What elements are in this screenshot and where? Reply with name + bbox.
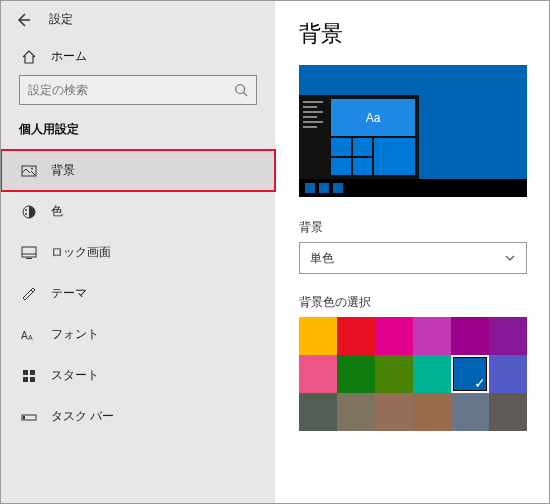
nav-icon (21, 163, 37, 179)
nav-label: タスク バー (51, 408, 114, 425)
sidebar-header: 設定 (1, 1, 275, 36)
svg-rect-12 (23, 377, 28, 382)
color-swatch[interactable] (299, 393, 337, 431)
svg-rect-7 (26, 258, 32, 259)
svg-point-0 (236, 85, 245, 94)
background-field-label: 背景 (299, 219, 525, 236)
nav-item-3[interactable]: テーマ (1, 273, 275, 314)
preview-taskbar (299, 179, 527, 197)
color-swatches (299, 317, 525, 431)
home-icon (21, 49, 37, 65)
nav-icon (21, 368, 37, 384)
nav-item-5[interactable]: スタート (1, 355, 275, 396)
color-swatch[interactable] (451, 355, 489, 393)
svg-text:A: A (28, 334, 33, 341)
nav-label: ロック画面 (51, 244, 111, 261)
nav-label: フォント (51, 326, 99, 343)
nav-item-4[interactable]: AAフォント (1, 314, 275, 355)
svg-point-4 (25, 209, 27, 211)
color-swatch[interactable] (375, 317, 413, 355)
color-section-label: 背景色の選択 (299, 294, 525, 311)
color-swatch[interactable] (413, 355, 451, 393)
color-swatch[interactable] (375, 393, 413, 431)
color-swatch[interactable] (299, 355, 337, 393)
search-input[interactable] (28, 83, 234, 97)
nav-item-1[interactable]: 色 (1, 191, 275, 232)
nav-item-0[interactable]: 背景 (1, 150, 275, 191)
nav-label: 背景 (51, 162, 75, 179)
color-swatch[interactable] (451, 317, 489, 355)
svg-rect-15 (23, 416, 25, 419)
nav-label: スタート (51, 367, 99, 384)
preview-startmenu: Aa (299, 95, 419, 179)
search-wrap (1, 75, 275, 121)
desktop-preview: Aa (299, 65, 527, 197)
search-icon (234, 83, 248, 97)
color-swatch[interactable] (451, 393, 489, 431)
color-swatch[interactable] (337, 393, 375, 431)
preview-tile-aa: Aa (331, 99, 415, 136)
svg-text:A: A (21, 330, 28, 341)
sidebar: 設定 ホーム 個人用設定 背景色ロック画面テーマAAフォントスタートタスク バー (1, 1, 275, 503)
svg-rect-13 (30, 377, 35, 382)
svg-point-2 (31, 167, 33, 169)
nav-icon (21, 409, 37, 425)
color-swatch[interactable] (375, 355, 413, 393)
page-title: 背景 (299, 19, 525, 49)
nav-item-6[interactable]: タスク バー (1, 396, 275, 437)
svg-rect-10 (23, 370, 28, 375)
color-swatch[interactable] (337, 355, 375, 393)
home-label: ホーム (51, 48, 87, 65)
window-title: 設定 (49, 11, 73, 28)
background-dropdown[interactable]: 単色 (299, 242, 527, 274)
color-swatch[interactable] (489, 317, 527, 355)
dropdown-value: 単色 (310, 250, 334, 267)
home-nav[interactable]: ホーム (1, 36, 275, 75)
color-swatch[interactable] (299, 317, 337, 355)
nav-icon: AA (21, 327, 37, 343)
color-swatch[interactable] (489, 393, 527, 431)
nav-icon (21, 245, 37, 261)
back-arrow-icon[interactable] (15, 12, 31, 28)
nav-list: 背景色ロック画面テーマAAフォントスタートタスク バー (1, 150, 275, 437)
color-swatch[interactable] (413, 317, 451, 355)
color-swatch[interactable] (337, 317, 375, 355)
content: 背景 Aa 背景 単色 背景色の選択 (275, 1, 549, 503)
nav-item-2[interactable]: ロック画面 (1, 232, 275, 273)
color-swatch[interactable] (413, 393, 451, 431)
chevron-down-icon (504, 252, 516, 264)
nav-label: テーマ (51, 285, 87, 302)
nav-label: 色 (51, 203, 63, 220)
svg-point-5 (25, 213, 27, 215)
search-box[interactable] (19, 75, 257, 105)
svg-rect-11 (30, 370, 35, 375)
color-swatch[interactable] (489, 355, 527, 393)
svg-rect-6 (22, 247, 36, 257)
nav-icon (21, 204, 37, 220)
nav-icon (21, 286, 37, 302)
section-label: 個人用設定 (1, 121, 275, 150)
